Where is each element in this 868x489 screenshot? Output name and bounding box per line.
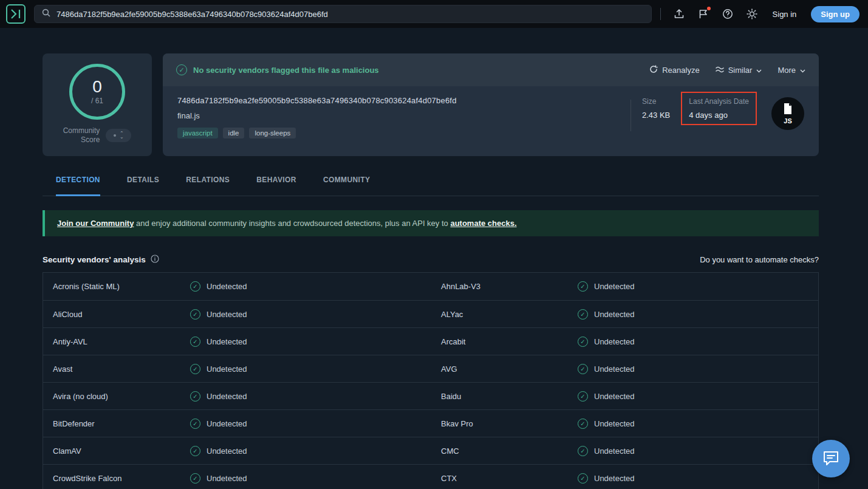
- tab-detection[interactable]: DETECTION: [56, 172, 100, 196]
- tab-relations[interactable]: RELATIONS: [186, 172, 230, 196]
- vendor-name: Antiy-AVL: [53, 337, 190, 346]
- search-icon: [42, 9, 50, 19]
- reanalyze-icon: [649, 65, 658, 75]
- detection-score-value: 0: [92, 78, 102, 95]
- vendor-status: Undetected: [190, 281, 441, 292]
- verdict-check-icon: [176, 64, 187, 75]
- sign-up-button[interactable]: Sign up: [811, 6, 859, 22]
- vendor-name: AhnLab-V3: [441, 282, 578, 291]
- join-community-link[interactable]: Join our Community: [57, 219, 134, 228]
- file-size-block: Size 2.43 KB: [642, 97, 670, 120]
- vendor-status: Undetected: [190, 364, 441, 374]
- vendor-name: CrowdStrike Falcon: [53, 474, 190, 483]
- table-row: Acronis (Static ML) Undetected AhnLab-V3…: [43, 273, 818, 300]
- tag-javascript[interactable]: javascript: [177, 128, 218, 138]
- meta-divider: [630, 100, 631, 131]
- undetected-icon: [190, 309, 200, 320]
- help-icon[interactable]: [722, 8, 734, 20]
- chat-icon: [822, 450, 839, 468]
- vendor-name: Arcabit: [441, 337, 578, 346]
- upload-icon[interactable]: [673, 8, 685, 20]
- undetected-icon: [190, 419, 200, 429]
- vendor-name: AliCloud: [53, 310, 190, 319]
- community-score-label: Community Score: [63, 126, 100, 145]
- analysis-header: Security vendors' analysis Do you want t…: [43, 255, 819, 273]
- table-row: Avira (no cloud) Undetected Baidu Undete…: [43, 382, 818, 409]
- document-icon: [783, 103, 793, 117]
- automate-question-link[interactable]: Do you want to automate checks?: [700, 255, 819, 264]
- vendor-name: Baidu: [441, 392, 578, 401]
- search-bar[interactable]: [34, 5, 652, 23]
- undetected-icon: [190, 391, 200, 402]
- vendor-name: ClamAV: [53, 446, 190, 456]
- similar-icon: [716, 66, 724, 75]
- vendor-name: AVG: [441, 364, 578, 374]
- vendors-table: Acronis (Static ML) Undetected AhnLab-V3…: [43, 273, 819, 489]
- undetected-icon: [190, 281, 200, 292]
- vendor-status: Undetected: [578, 364, 818, 374]
- vote-carets-icon[interactable]: ⌃⌄: [120, 132, 124, 139]
- vendor-status: Undetected: [190, 391, 441, 402]
- more-button[interactable]: More: [777, 66, 805, 75]
- detection-score-card: 0 / 61 Community Score ⌃⌄: [43, 53, 152, 156]
- tag-row: javascript idle long-sleeps: [177, 128, 630, 138]
- undetected-icon: [190, 364, 200, 374]
- undetected-icon: [578, 309, 588, 320]
- tab-details[interactable]: DETAILS: [127, 172, 159, 196]
- undetected-icon: [578, 364, 588, 374]
- topbar: Sign in Sign up: [0, 0, 868, 28]
- file-summary-card: No security vendors flagged this file as…: [163, 53, 819, 156]
- chat-support-button[interactable]: [812, 440, 850, 477]
- tag-long-sleeps[interactable]: long-sleeps: [249, 128, 296, 138]
- info-icon[interactable]: [151, 255, 159, 265]
- verdict-row: No security vendors flagged this file as…: [163, 53, 819, 86]
- tab-community[interactable]: COMMUNITY: [323, 172, 371, 196]
- file-hash[interactable]: 7486da7182f5b9ea2fe59005b9c5388e63a74963…: [177, 96, 630, 105]
- theme-toggle-icon[interactable]: [746, 8, 758, 20]
- reanalyze-button[interactable]: Reanalyze: [649, 65, 699, 75]
- topbar-divider: [660, 8, 661, 20]
- undetected-icon: [190, 473, 200, 484]
- undetected-icon: [578, 473, 588, 484]
- file-type-badge: JS: [771, 97, 804, 130]
- vendor-status: Undetected: [578, 446, 818, 456]
- analysis-title: Security vendors' analysis: [43, 255, 159, 265]
- vendor-status: Undetected: [190, 419, 441, 429]
- vendor-name: Avira (no cloud): [53, 392, 190, 401]
- vendor-status: Undetected: [578, 419, 818, 429]
- undetected-icon: [578, 337, 588, 347]
- vendor-status: Undetected: [578, 337, 818, 347]
- automate-checks-link[interactable]: automate checks.: [450, 219, 516, 228]
- sign-in-link[interactable]: Sign in: [770, 10, 799, 19]
- table-row: Avast Undetected AVG Undetected: [43, 355, 818, 382]
- vendor-status: Undetected: [190, 473, 441, 484]
- vote-dot-icon: [114, 134, 116, 137]
- vendor-status: Undetected: [190, 446, 441, 456]
- vendor-name: Bkav Pro: [441, 419, 578, 428]
- table-row: ClamAV Undetected CMC Undetected: [43, 437, 818, 464]
- undetected-icon: [578, 391, 588, 402]
- last-analysis-block: Last Analysis Date 4 days ago: [689, 97, 749, 120]
- topbar-actions: Sign in Sign up: [660, 6, 859, 22]
- vendor-status: Undetected: [578, 473, 818, 484]
- chevron-down-icon: [756, 66, 762, 75]
- vendor-name: Acronis (Static ML): [53, 282, 190, 291]
- vendor-name: ALYac: [441, 310, 578, 319]
- feedback-flag-icon[interactable]: [697, 8, 709, 20]
- table-row: Antiy-AVL Undetected Arcabit Undetected: [43, 327, 818, 355]
- banner-text: and enjoy additional community insights …: [134, 219, 450, 228]
- search-input[interactable]: [56, 10, 644, 19]
- community-banner: Join our Community and enjoy additional …: [43, 210, 819, 236]
- tag-idle[interactable]: idle: [223, 128, 245, 138]
- notification-dot: [707, 7, 711, 10]
- undetected-icon: [190, 446, 200, 456]
- community-vote-widget[interactable]: ⌃⌄: [106, 129, 131, 142]
- virustotal-logo-icon[interactable]: [6, 4, 26, 24]
- table-row: CrowdStrike Falcon Undetected CTX Undete…: [43, 464, 818, 489]
- tab-behavior[interactable]: BEHAVIOR: [256, 172, 296, 196]
- vendor-name: BitDefender: [53, 419, 190, 428]
- vendor-name: CTX: [441, 474, 578, 483]
- chevron-down-icon: [800, 66, 805, 75]
- similar-button[interactable]: Similar: [716, 66, 762, 75]
- table-row: AliCloud Undetected ALYac Undetected: [43, 300, 818, 327]
